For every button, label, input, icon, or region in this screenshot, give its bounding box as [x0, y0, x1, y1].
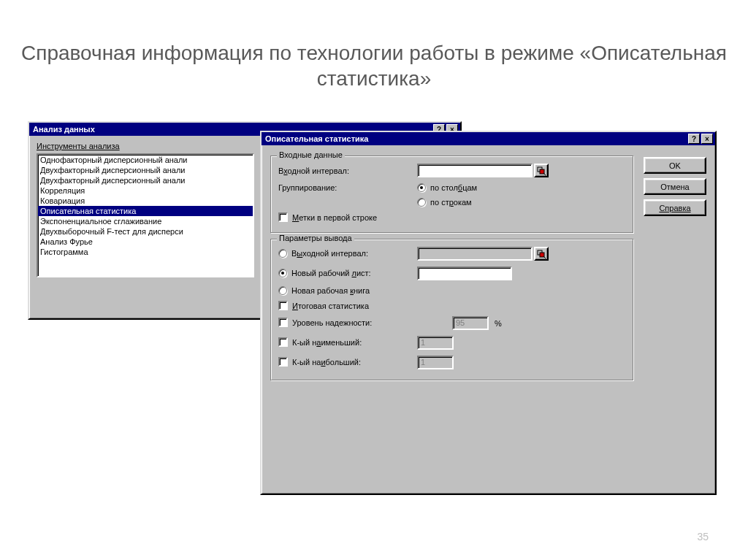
kth-smallest-field[interactable]: 1 [417, 336, 454, 350]
radio-label: Новая рабочая книга [291, 286, 370, 295]
group-legend: Параметры вывода [277, 234, 354, 242]
checkbox-icon [278, 212, 288, 222]
page-number: 35 [697, 531, 709, 542]
checkbox-icon [278, 301, 288, 310]
range-selector-icon [537, 166, 546, 175]
confidence-level-checkbox[interactable]: Уровень надежности: [278, 318, 372, 327]
radio-label: по столбцам [430, 183, 477, 192]
checkbox-icon [278, 357, 288, 367]
checkbox-label: Уровень надежности: [292, 318, 372, 327]
checkbox-label: Метки в первой строке [292, 213, 377, 222]
range-selector-button[interactable] [534, 164, 549, 177]
checkbox-label: К-ый наименьший: [292, 338, 362, 347]
group-legend: Входные данные [277, 150, 345, 159]
output-range-radio[interactable]: Выходной интервал: [278, 249, 368, 258]
confidence-level-field[interactable]: 95 [452, 316, 489, 330]
close-icon[interactable]: × [701, 134, 713, 144]
radio-label: Новый рабочий лист: [291, 269, 371, 277]
checkbox-label: Итоговая статистика [292, 302, 369, 310]
output-range-field[interactable] [417, 247, 533, 261]
analysis-tools-listbox[interactable]: Однофакторный дисперсионный аналиДвухфак… [37, 153, 254, 277]
grouping-label: Группирование: [278, 183, 417, 192]
list-item[interactable]: Экспоненциальное сглаживание [38, 216, 253, 226]
descriptive-statistics-window: Описательная статистика ? × Входные данн… [260, 131, 717, 495]
list-item[interactable]: Корреляция [38, 185, 253, 196]
checkbox-label: К-ый наибольший: [292, 358, 361, 367]
help-button[interactable]: Справка [644, 199, 706, 216]
list-item[interactable]: Анализ Фурье [38, 237, 253, 247]
list-item[interactable]: Гистограмма [38, 247, 253, 257]
list-item[interactable]: Двухфакторный дисперсионный анали [38, 165, 253, 175]
input-data-group: Входные данные Входной интервал: Группир… [270, 156, 633, 233]
checkbox-icon [278, 318, 288, 327]
list-item[interactable]: Двухфакторный дисперсионный анали [38, 175, 253, 185]
new-worksheet-radio[interactable]: Новый рабочий лист: [278, 269, 371, 277]
range-selector-icon [537, 250, 546, 258]
radio-label: по строкам [430, 198, 472, 207]
new-worksheet-name-field[interactable] [417, 266, 512, 280]
ok-button[interactable]: OK [644, 157, 706, 174]
kth-largest-checkbox[interactable]: К-ый наибольший: [278, 357, 361, 367]
window-title: Описательная статистика [265, 134, 369, 143]
radio-label: Выходной интервал: [291, 249, 368, 258]
slide-title: Справочная информация по технологии рабо… [0, 40, 748, 91]
cancel-button[interactable]: Отмена [644, 178, 706, 195]
window-title: Анализ данных [33, 125, 95, 134]
new-workbook-radio[interactable]: Новая рабочая книга [278, 286, 370, 295]
percent-label: % [495, 319, 502, 328]
checkbox-icon [278, 337, 288, 347]
input-range-field[interactable] [417, 164, 533, 177]
grouping-by-columns-radio[interactable]: по столбцам [417, 183, 477, 192]
help-icon[interactable]: ? [688, 134, 700, 144]
radio-icon [278, 286, 287, 295]
input-range-label: Входной интервал: [278, 166, 417, 175]
radio-icon [278, 269, 287, 277]
kth-largest-field[interactable]: 1 [417, 356, 454, 369]
radio-icon [417, 183, 426, 192]
list-item[interactable]: Описательная статистика [38, 206, 253, 216]
labels-first-row-checkbox[interactable]: Метки в первой строке [278, 212, 377, 222]
list-item[interactable]: Двухвыборочный F-тест для дисперси [38, 226, 253, 237]
summary-statistics-checkbox[interactable]: Итоговая статистика [278, 301, 369, 310]
list-item[interactable]: Ковариация [38, 196, 253, 206]
radio-icon [417, 198, 426, 207]
grouping-by-rows-radio[interactable]: по строкам [417, 198, 472, 207]
list-item[interactable]: Однофакторный дисперсионный анали [38, 155, 253, 165]
titlebar[interactable]: Описательная статистика ? × [262, 132, 715, 145]
output-params-group: Параметры вывода Выходной интервал: [270, 239, 633, 380]
kth-smallest-checkbox[interactable]: К-ый наименьший: [278, 337, 362, 347]
radio-icon [278, 249, 287, 258]
range-selector-button[interactable] [534, 247, 549, 261]
